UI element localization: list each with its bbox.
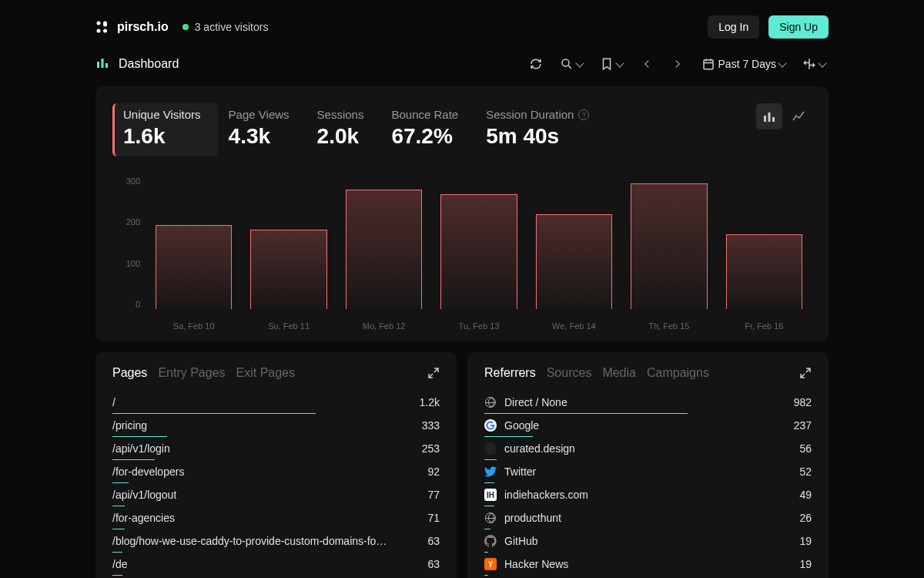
referrer-value: 26 bbox=[799, 512, 812, 524]
chevron-down-icon bbox=[778, 59, 786, 67]
next-button[interactable] bbox=[668, 54, 688, 74]
referrer-row[interactable]: Google237 bbox=[484, 414, 812, 437]
referrer-name: Direct / None bbox=[504, 396, 567, 408]
page-value: 333 bbox=[422, 419, 440, 432]
page-path: / bbox=[112, 396, 116, 408]
svg-rect-10 bbox=[768, 113, 771, 122]
prev-button[interactable] bbox=[637, 54, 657, 74]
chart-bar[interactable] bbox=[346, 190, 422, 309]
tab-campaigns[interactable]: Campaigns bbox=[647, 366, 709, 380]
login-button[interactable]: Log In bbox=[708, 15, 759, 39]
page-row[interactable]: /for-agencies71 bbox=[112, 506, 440, 529]
bookmark-button[interactable] bbox=[597, 54, 626, 74]
referrer-value: 49 bbox=[799, 489, 812, 501]
active-visitors-text: 3 active visitors bbox=[195, 21, 269, 33]
page-path: /api/v1/logout bbox=[112, 489, 176, 501]
date-range-button[interactable]: Past 7 Days bbox=[698, 54, 788, 74]
page-row[interactable]: /blog/how-we-use-caddy-to-provide-custom… bbox=[112, 529, 440, 553]
metric-unique-visitors[interactable]: Unique Visitors1.6k bbox=[112, 103, 218, 156]
globe-icon bbox=[484, 512, 497, 524]
referrer-row[interactable]: Twitter52 bbox=[484, 460, 812, 483]
tab-media[interactable]: Media bbox=[602, 366, 636, 380]
metric-sessions[interactable]: Sessions2.0k bbox=[306, 103, 381, 156]
tab-pages[interactable]: Pages bbox=[112, 366, 147, 380]
svg-rect-9 bbox=[764, 116, 766, 122]
page-value: 77 bbox=[427, 489, 440, 501]
chart-bar[interactable] bbox=[536, 214, 612, 309]
page-row[interactable]: /pricing333 bbox=[112, 414, 440, 437]
svg-rect-8 bbox=[704, 60, 713, 69]
ih-icon: IH bbox=[484, 489, 497, 501]
dark-icon bbox=[484, 442, 497, 455]
svg-rect-2 bbox=[103, 22, 107, 27]
google-icon bbox=[484, 419, 497, 432]
referrer-name: Hacker News bbox=[504, 558, 568, 570]
page-row[interactable]: /1.2k bbox=[112, 391, 440, 414]
line-chart-button[interactable] bbox=[785, 103, 812, 129]
referrer-value: 19 bbox=[799, 535, 812, 547]
compare-button[interactable] bbox=[799, 54, 829, 74]
active-visitors[interactable]: 3 active visitors bbox=[182, 21, 269, 33]
metric-label: Session Duration? bbox=[486, 108, 589, 121]
referrer-name: indiehackers.com bbox=[504, 489, 588, 501]
referrers-panel: ReferrersSourcesMediaCampaigns Direct / … bbox=[467, 352, 829, 578]
metric-session-duration[interactable]: Session Duration?5m 40s bbox=[475, 103, 606, 156]
y-tick: 100 bbox=[112, 259, 140, 268]
chart-bar[interactable] bbox=[726, 234, 802, 309]
referrer-name: GitHub bbox=[504, 535, 538, 547]
x-tick: We, Feb 14 bbox=[527, 321, 621, 331]
referrer-row[interactable]: producthunt26 bbox=[484, 506, 812, 529]
referrer-row[interactable]: Direct / None982 bbox=[484, 391, 812, 414]
tab-entry-pages[interactable]: Entry Pages bbox=[158, 366, 225, 380]
referrer-row[interactable]: YHacker News19 bbox=[484, 553, 812, 576]
tab-sources[interactable]: Sources bbox=[547, 366, 592, 380]
referrer-row[interactable]: curated.design56 bbox=[484, 437, 812, 460]
page-row[interactable]: /de63 bbox=[112, 553, 440, 576]
referrer-row[interactable]: GitHub19 bbox=[484, 529, 812, 553]
referrer-name: producthunt bbox=[504, 512, 561, 524]
referrer-row[interactable]: IHindiehackers.com49 bbox=[484, 483, 812, 506]
referrer-name: Twitter bbox=[504, 465, 536, 478]
page-row[interactable]: /api/v1/login253 bbox=[112, 437, 440, 460]
hn-icon: Y bbox=[484, 558, 497, 570]
metric-value: 5m 40s bbox=[486, 124, 589, 149]
expand-button[interactable] bbox=[799, 367, 812, 379]
referrer-value: 52 bbox=[799, 465, 812, 478]
chevron-down-icon bbox=[818, 59, 826, 67]
referrer-value: 19 bbox=[799, 558, 812, 570]
date-range-label: Past 7 Days bbox=[718, 58, 776, 70]
referrer-value: 237 bbox=[794, 419, 812, 432]
svg-rect-4 bbox=[97, 62, 99, 68]
chevron-down-icon bbox=[615, 59, 624, 67]
expand-button[interactable] bbox=[427, 367, 440, 379]
x-tick: Tu, Feb 13 bbox=[431, 321, 526, 331]
logo[interactable]: pirsch.io bbox=[95, 20, 169, 34]
svg-rect-6 bbox=[105, 63, 108, 68]
page-value: 1.2k bbox=[420, 396, 440, 408]
row-bar bbox=[112, 575, 122, 576]
chart-bar[interactable] bbox=[631, 183, 707, 309]
page-value: 63 bbox=[427, 558, 440, 570]
search-button[interactable] bbox=[557, 54, 586, 74]
page-row[interactable]: /api/v1/logout77 bbox=[112, 483, 440, 506]
chevron-down-icon bbox=[575, 59, 584, 67]
bar-chart-button[interactable] bbox=[756, 103, 782, 129]
metric-bounce-rate[interactable]: Bounce Rate67.2% bbox=[380, 103, 475, 156]
refresh-button[interactable] bbox=[526, 54, 546, 74]
chart-bar[interactable] bbox=[250, 230, 326, 309]
page-value: 63 bbox=[427, 535, 440, 547]
tab-exit-pages[interactable]: Exit Pages bbox=[236, 366, 295, 380]
metric-value: 1.6k bbox=[123, 124, 201, 149]
referrer-name: Google bbox=[504, 419, 539, 432]
page-row[interactable]: /for-developers92 bbox=[112, 460, 440, 483]
help-icon[interactable]: ? bbox=[578, 109, 589, 120]
metric-label: Bounce Rate bbox=[391, 108, 458, 121]
chart-bar[interactable] bbox=[440, 194, 517, 309]
chart-bar[interactable] bbox=[156, 225, 232, 309]
referrer-name: curated.design bbox=[504, 442, 575, 455]
tab-referrers[interactable]: Referrers bbox=[484, 366, 536, 380]
signup-button[interactable]: Sign Up bbox=[768, 15, 829, 39]
svg-point-1 bbox=[97, 29, 101, 33]
metric-page-views[interactable]: Page Views4.3k bbox=[218, 103, 306, 156]
row-bar bbox=[484, 575, 488, 576]
